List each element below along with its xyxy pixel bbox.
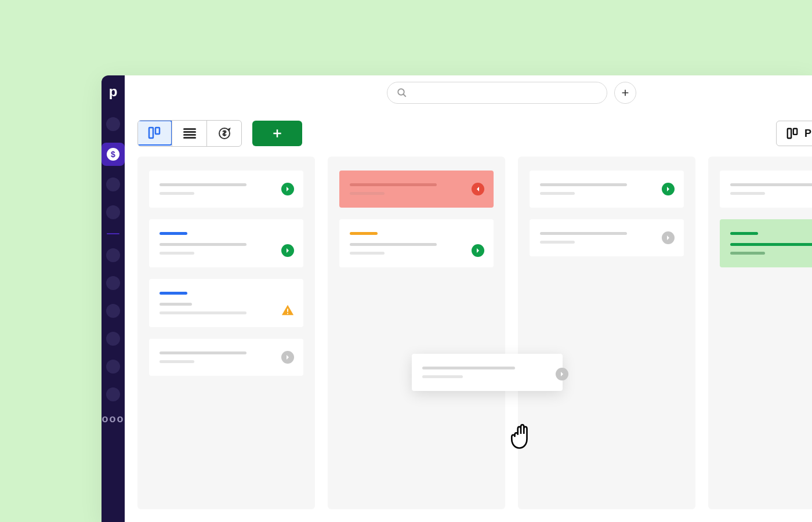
dollar-icon: $ (107, 148, 119, 161)
kanban-icon (147, 126, 161, 140)
kanban-board (125, 157, 812, 522)
plus-icon (621, 88, 630, 97)
card-accent (730, 232, 758, 235)
card-subtitle (350, 192, 385, 195)
card-subtitle (350, 252, 385, 255)
svg-rect-5 (155, 128, 160, 134)
nav-item[interactable] (106, 117, 120, 131)
card-subtitle (160, 192, 194, 195)
card-subtitle (730, 192, 765, 195)
kanban-column (137, 157, 315, 509)
card-subtitle (540, 241, 575, 244)
svg-rect-10 (793, 129, 797, 135)
card-title (350, 183, 437, 186)
pipeline-label: Pipeline (804, 128, 812, 140)
kanban-icon (786, 127, 799, 140)
nav-item[interactable] (106, 248, 120, 262)
deal-card[interactable] (339, 219, 494, 267)
nav-more[interactable]: ooo (102, 413, 125, 425)
deal-card[interactable] (149, 279, 303, 327)
card-accent (350, 232, 378, 235)
add-quick-button[interactable] (614, 82, 636, 104)
card-subtitle (730, 252, 765, 255)
card-title (160, 183, 246, 186)
nav-deals[interactable]: $ (102, 143, 125, 166)
app-window: p $ ooo (102, 75, 812, 522)
topbar (125, 75, 812, 110)
search-icon (397, 88, 407, 98)
card-title (350, 243, 437, 246)
card-subtitle (160, 252, 194, 255)
svg-line-1 (403, 94, 406, 97)
card-title (160, 303, 192, 306)
deal-card[interactable] (720, 171, 812, 208)
sidenav: p $ ooo (102, 75, 125, 522)
card-title (540, 232, 627, 235)
deal-card[interactable] (720, 219, 812, 267)
view-switcher (137, 120, 242, 147)
status-badge (472, 244, 484, 257)
view-forecast[interactable] (206, 121, 241, 146)
logo: p (109, 85, 118, 99)
nav-item[interactable] (106, 332, 120, 346)
search-input[interactable] (413, 88, 597, 97)
deal-card[interactable] (149, 219, 303, 267)
nav-item[interactable] (106, 177, 120, 191)
list-icon (183, 128, 196, 139)
nav-divider (107, 233, 119, 234)
view-list[interactable] (172, 121, 206, 146)
dragging-card[interactable] (412, 354, 563, 391)
deal-card[interactable] (149, 171, 303, 208)
card-title (540, 183, 627, 186)
card-title (160, 243, 246, 246)
deal-card[interactable] (530, 219, 684, 256)
warning-icon (281, 304, 294, 317)
nav-item[interactable] (106, 387, 120, 401)
refresh-dollar-icon (217, 126, 231, 140)
svg-point-0 (398, 89, 404, 95)
card-accent (160, 232, 187, 235)
status-badge (662, 183, 675, 195)
card-title (160, 351, 246, 354)
deal-card[interactable] (339, 171, 494, 208)
svg-rect-12 (287, 313, 288, 314)
view-kanban[interactable] (137, 120, 172, 146)
card-title (730, 183, 812, 186)
plus-icon (271, 128, 283, 139)
svg-rect-11 (287, 309, 288, 312)
card-subtitle (540, 192, 575, 195)
kanban-column (328, 157, 505, 509)
status-badge (662, 231, 675, 244)
deal-card[interactable] (530, 171, 684, 208)
pipeline-selector[interactable]: Pipeline (776, 121, 812, 146)
main: Pipeline (125, 75, 812, 522)
chevron-right-icon (556, 368, 568, 380)
svg-rect-4 (149, 128, 153, 138)
card-title (730, 243, 812, 246)
search-input-container[interactable] (387, 82, 607, 104)
add-deal-button[interactable] (252, 121, 302, 146)
nav-item[interactable] (106, 304, 120, 318)
toolbar: Pipeline (125, 110, 812, 157)
nav-item[interactable] (106, 205, 120, 219)
svg-rect-9 (788, 129, 791, 139)
kanban-column (708, 157, 812, 509)
status-badge (281, 183, 294, 195)
card-subtitle (160, 360, 194, 363)
grab-cursor-icon (505, 418, 537, 450)
kanban-column (518, 157, 695, 509)
deal-card[interactable] (149, 339, 303, 376)
status-badge (281, 244, 294, 257)
nav-item[interactable] (106, 360, 120, 374)
card-accent (160, 292, 187, 295)
status-badge (472, 183, 484, 195)
status-badge (281, 351, 294, 364)
card-subtitle (160, 311, 246, 314)
nav-item[interactable] (106, 276, 120, 290)
